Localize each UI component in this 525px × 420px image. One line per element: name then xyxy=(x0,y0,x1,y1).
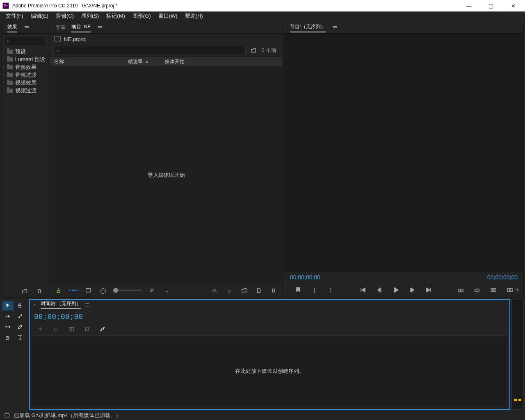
menu-graphics[interactable]: 图形(G) xyxy=(129,11,154,21)
tab-program[interactable]: 节目:（无序列） xyxy=(290,23,326,32)
lift-icon[interactable] xyxy=(456,285,465,294)
effects-tree: ›预设 ›Lumetri 预设 ›音频效果 ›音频过渡 ›视频效果 ›视频过渡 xyxy=(2,48,48,285)
trash-icon[interactable] xyxy=(35,287,44,296)
ripple-edit-tool[interactable] xyxy=(2,311,14,321)
menu-edit[interactable]: 编辑(E) xyxy=(27,11,52,21)
tree-item[interactable]: ›音频效果 xyxy=(2,63,48,71)
titlebar: Pr Adobe Premiere Pro CC 2019 - G:\X\NE.… xyxy=(0,0,525,11)
tab-timeline[interactable]: 时间轴:（无序列） xyxy=(41,300,81,309)
track-select-tool[interactable] xyxy=(14,301,26,310)
selection-tool[interactable] xyxy=(2,301,14,310)
close-tab-icon[interactable]: × xyxy=(33,303,36,307)
trash-icon[interactable] xyxy=(269,286,278,295)
go-to-out-icon[interactable] xyxy=(424,285,433,294)
menu-window[interactable]: 窗口(W) xyxy=(155,11,181,21)
export-frame-icon[interactable] xyxy=(489,285,498,294)
panel-menu-icon[interactable] xyxy=(25,26,29,29)
tab-project[interactable]: 项目: NE xyxy=(71,23,91,32)
col-media-start[interactable]: 媒体开始 xyxy=(165,58,185,65)
tab-effects[interactable]: 效果 xyxy=(7,23,17,32)
go-to-in-icon[interactable] xyxy=(358,285,368,294)
step-forward-icon[interactable] xyxy=(408,285,417,294)
tree-item[interactable]: ›音频过渡 xyxy=(2,71,48,79)
marker-icon[interactable] xyxy=(294,285,303,294)
maximize-button[interactable]: ▢ xyxy=(482,0,500,11)
play-icon[interactable] xyxy=(391,285,400,294)
svg-rect-4 xyxy=(491,288,496,292)
tree-item[interactable]: ›预设 xyxy=(2,48,48,55)
comparison-view-icon[interactable] xyxy=(505,285,514,294)
window-title: Adobe Premiere Pro CC 2019 - G:\X\NE.prp… xyxy=(12,3,456,9)
snap-icon[interactable] xyxy=(51,325,60,334)
audio-meter[interactable] xyxy=(511,299,524,410)
folder-icon xyxy=(7,73,13,77)
linked-selection-icon[interactable] xyxy=(67,325,76,334)
svg-point-5 xyxy=(493,289,494,291)
zoom-slider[interactable] xyxy=(113,290,142,291)
out-point-icon[interactable]: } xyxy=(326,285,336,294)
sort-icon[interactable] xyxy=(148,286,157,295)
folder-icon xyxy=(7,81,13,85)
effects-search[interactable]: ⌕ xyxy=(4,36,46,45)
filter-bin-icon[interactable] xyxy=(249,46,258,55)
in-point-icon[interactable]: { xyxy=(310,285,319,294)
close-button[interactable]: ✕ xyxy=(504,0,523,11)
timeline-timecode[interactable]: 00;00;00;00 xyxy=(34,312,505,321)
folder-icon xyxy=(7,89,13,93)
new-bin-icon[interactable] xyxy=(20,287,29,296)
marker-add-icon[interactable] xyxy=(82,325,91,334)
project-search[interactable]: ⌕ xyxy=(53,46,246,55)
button-editor-icon[interactable]: + xyxy=(515,286,519,294)
menu-file[interactable]: 文件(F) xyxy=(2,11,27,21)
menubar: 文件(F) 编辑(E) 剪辑(C) 序列(S) 标记(M) 图形(G) 窗口(W… xyxy=(0,11,525,21)
panel-menu-icon[interactable] xyxy=(333,26,337,29)
hand-tool[interactable] xyxy=(2,333,14,342)
type-tool[interactable]: T xyxy=(14,333,26,342)
project-toolbar-bottom: ◯ ⌄ ⌕ xyxy=(50,283,282,297)
automate-icon[interactable] xyxy=(210,286,219,295)
list-view-icon[interactable] xyxy=(69,286,78,295)
new-item-icon[interactable] xyxy=(254,286,263,295)
menu-sequence[interactable]: 序列(S) xyxy=(78,11,102,21)
menu-clip[interactable]: 剪辑(C) xyxy=(52,11,77,21)
col-name[interactable]: 名称 xyxy=(54,58,124,65)
pen-tool[interactable] xyxy=(14,322,26,332)
insert-icon[interactable] xyxy=(36,325,45,334)
minimize-button[interactable]: ― xyxy=(459,0,478,11)
chevron-down-icon[interactable]: ⌄ xyxy=(162,286,171,295)
extract-icon[interactable] xyxy=(472,285,482,294)
progress-spinner-icon xyxy=(4,413,10,418)
freeform-view-icon[interactable]: ◯ xyxy=(98,286,107,295)
find-icon[interactable]: ⌕ xyxy=(225,286,234,295)
program-tc-left[interactable]: 00;00;00;00 xyxy=(290,274,320,281)
new-bin-icon[interactable] xyxy=(240,286,249,295)
tree-item[interactable]: ›Lumetri 预设 xyxy=(2,55,48,63)
svg-rect-7 xyxy=(510,288,512,292)
menu-help[interactable]: 帮助(H) xyxy=(182,11,206,21)
workspace: 效果 ⌕ ›预设 ›Lumetri 预设 ›音频效果 ›音频过渡 ›视频效果 ›… xyxy=(0,21,525,411)
program-controls: { } + xyxy=(284,283,523,297)
tree-item[interactable]: ›视频过渡 xyxy=(2,87,48,94)
svg-rect-8 xyxy=(69,328,71,331)
icon-view-icon[interactable] xyxy=(84,286,93,295)
effects-panel: 效果 ⌕ ›预设 ›Lumetri 预设 ›音频效果 ›音频过渡 ›视频效果 ›… xyxy=(1,22,48,298)
tree-item[interactable]: ›视频效果 xyxy=(2,79,48,87)
project-item-count: 0 个项 xyxy=(261,47,279,54)
lock-icon[interactable] xyxy=(54,286,63,295)
project-drop-area[interactable]: 导入媒体以开始 xyxy=(50,66,282,283)
razor-tool[interactable] xyxy=(14,311,26,321)
menu-marker[interactable]: 标记(M) xyxy=(103,11,128,21)
project-columns: 名称 帧速率▲ 媒体开始 xyxy=(50,57,282,66)
search-icon: ⌕ xyxy=(56,48,59,53)
panel-menu-icon[interactable] xyxy=(85,304,89,306)
tab-subtitle[interactable]: 字幕 xyxy=(56,24,66,31)
program-canvas[interactable] xyxy=(284,34,523,272)
timeline-drop-area[interactable]: 在此处放下媒体以创建序列。 xyxy=(32,336,507,406)
step-back-icon[interactable] xyxy=(375,285,384,294)
timeline-panel: × 时间轴:（无序列） 00;00;00;00 在此处放下媒体以创建序列。 xyxy=(29,299,510,410)
panel-menu-icon[interactable] xyxy=(98,26,102,29)
settings-icon[interactable] xyxy=(98,325,107,334)
project-icon xyxy=(54,37,61,41)
slip-tool[interactable] xyxy=(2,322,14,332)
col-fps[interactable]: 帧速率▲ xyxy=(128,58,161,65)
